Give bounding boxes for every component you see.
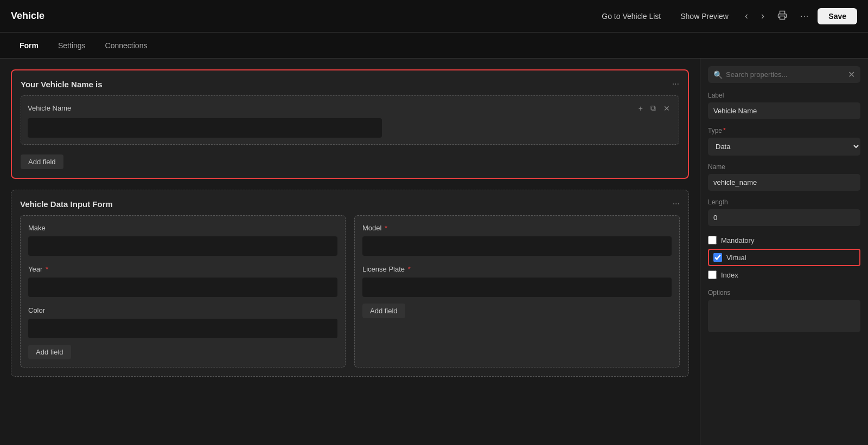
virtual-checkbox[interactable] xyxy=(713,253,722,262)
app-title: Vehicle xyxy=(11,10,44,22)
svg-rect-0 xyxy=(780,16,784,19)
section-title-vehicle-name: Your Vehicle Name is xyxy=(21,80,103,89)
type-prop-label: Type* xyxy=(708,127,860,134)
mandatory-label: Mandatory xyxy=(721,236,754,244)
properties-sidebar: 🔍 ✕ Label Vehicle Name Type* Data Text N… xyxy=(700,59,868,445)
tab-connections[interactable]: Connections xyxy=(97,37,156,54)
go-to-vehicle-list-button[interactable]: Go to Vehicle List xyxy=(594,9,668,24)
color-input-preview xyxy=(28,319,337,338)
add-field-btn-vehicle-name[interactable]: Add field xyxy=(21,154,63,169)
search-properties-input[interactable] xyxy=(726,70,848,79)
show-preview-button[interactable]: Show Preview xyxy=(673,9,736,24)
options-prop-area xyxy=(708,300,860,332)
virtual-checkbox-row: Virtual xyxy=(708,249,860,266)
vehicle-data-right-col: Model * License Plate * Add field xyxy=(354,215,680,367)
type-prop-select[interactable]: Data Text Number Boolean xyxy=(708,138,860,156)
license-plate-field-group: License Plate * xyxy=(362,265,672,297)
add-field-btn-right[interactable]: Add field xyxy=(362,304,405,318)
save-button[interactable]: Save xyxy=(818,8,857,24)
vehicle-name-field-container: Vehicle Name + ⧉ ✕ xyxy=(21,95,679,145)
tab-form[interactable]: Form xyxy=(11,37,47,54)
model-field-group: Model * xyxy=(362,223,672,256)
main-layout: Your Vehicle Name is ··· Vehicle Name + … xyxy=(0,59,868,445)
tab-settings[interactable]: Settings xyxy=(49,37,94,54)
make-label: Make xyxy=(28,224,46,232)
license-plate-input-preview xyxy=(362,278,672,297)
vehicle-name-field-header: Vehicle Name + ⧉ ✕ xyxy=(28,102,672,114)
vehicle-name-add-btn[interactable]: + xyxy=(636,103,645,114)
tabs-bar: Form Settings Connections xyxy=(0,33,868,59)
vehicle-name-copy-btn[interactable]: ⧉ xyxy=(648,102,658,114)
search-icon: 🔍 xyxy=(713,70,723,79)
section-more-btn-vehicle-name[interactable]: ··· xyxy=(672,79,679,89)
add-field-btn-left[interactable]: Add field xyxy=(28,345,71,359)
virtual-label: Virtual xyxy=(726,254,746,262)
app-header: Vehicle Go to Vehicle List Show Preview … xyxy=(0,0,868,33)
index-checkbox-row: Index xyxy=(708,266,860,283)
vehicle-name-remove-btn[interactable]: ✕ xyxy=(661,103,672,114)
options-prop-label: Options xyxy=(708,289,860,296)
next-button[interactable]: › xyxy=(757,7,769,25)
make-input-preview xyxy=(28,236,337,256)
print-button[interactable] xyxy=(773,7,792,25)
more-options-button[interactable]: ··· xyxy=(796,8,813,24)
vehicle-data-cols: Make Year * Color Add field xyxy=(20,215,680,367)
year-label: Year * xyxy=(28,265,48,273)
section-header-vehicle-name: Your Vehicle Name is ··· xyxy=(21,79,679,89)
section-title-vehicle-data: Vehicle Data Input Form xyxy=(20,199,113,209)
content-area: Your Vehicle Name is ··· Vehicle Name + … xyxy=(0,59,700,445)
label-prop-value: Vehicle Name xyxy=(708,102,860,119)
year-field-group: Year * xyxy=(28,265,337,297)
search-close-button[interactable]: ✕ xyxy=(848,69,855,80)
vehicle-data-section: Vehicle Data Input Form ··· Make Year * xyxy=(11,190,689,377)
prev-button[interactable]: ‹ xyxy=(741,7,752,25)
section-header-vehicle-data: Vehicle Data Input Form ··· xyxy=(20,199,680,209)
vehicle-name-label: Vehicle Name xyxy=(28,104,71,112)
vehicle-data-left-col: Make Year * Color Add field xyxy=(20,215,346,367)
index-checkbox[interactable] xyxy=(708,270,717,279)
color-label: Color xyxy=(28,306,45,314)
length-prop-label: Length xyxy=(708,198,860,206)
vehicle-name-field-actions: + ⧉ ✕ xyxy=(636,102,672,114)
vehicle-name-section: Your Vehicle Name is ··· Vehicle Name + … xyxy=(11,69,689,179)
color-field-group: Color xyxy=(28,306,337,338)
vehicle-name-input-preview xyxy=(28,118,382,138)
name-prop-value: vehicle_name xyxy=(708,174,860,191)
year-input-preview xyxy=(28,278,337,297)
license-plate-label: License Plate * xyxy=(362,265,411,273)
mandatory-checkbox[interactable] xyxy=(708,236,717,244)
make-field-group: Make xyxy=(28,223,337,256)
mandatory-checkbox-row: Mandatory xyxy=(708,231,860,249)
search-properties-box: 🔍 ✕ xyxy=(708,66,860,83)
model-input-preview xyxy=(362,236,672,256)
index-label: Index xyxy=(721,271,738,279)
name-prop-label: Name xyxy=(708,163,860,171)
label-prop-label: Label xyxy=(708,92,860,99)
section-more-btn-vehicle-data[interactable]: ··· xyxy=(673,199,680,209)
model-label: Model * xyxy=(362,224,387,232)
header-actions: Go to Vehicle List Show Preview ‹ › ··· … xyxy=(594,7,857,25)
length-prop-value: 0 xyxy=(708,209,860,226)
